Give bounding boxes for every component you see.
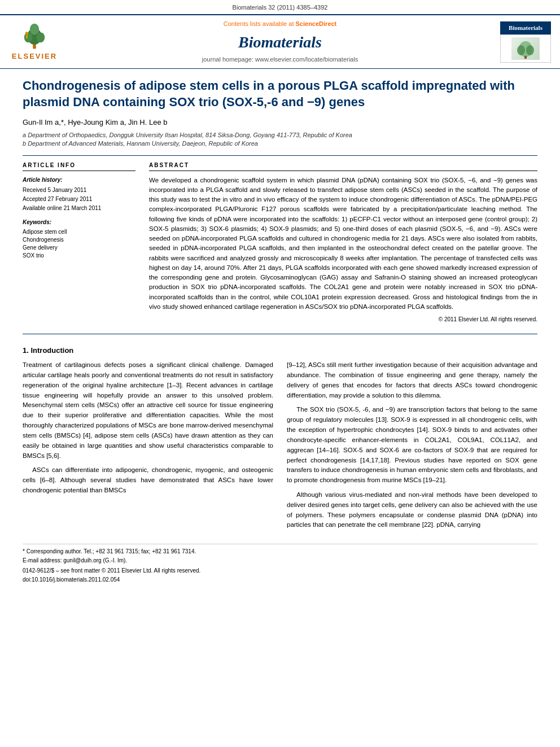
svg-point-3	[37, 32, 45, 42]
footnote-email: E-mail address: gunil@duih.org (G.-I. Im…	[23, 557, 537, 565]
main-content: Chondrogenesis of adipose stem cells in …	[0, 69, 560, 594]
elsevier-wordmark: ELSEVIER	[12, 51, 57, 62]
svg-point-8	[517, 45, 525, 55]
svg-point-5	[25, 32, 28, 35]
keyword-2: Chondrogenesis	[23, 236, 135, 244]
citation-text: Biomaterials 32 (2011) 4385–4392	[233, 4, 328, 11]
keywords-list: Adipose stem cell Chondrogenesis Gene de…	[23, 228, 135, 260]
history-title: Article history:	[23, 176, 135, 185]
badge-image	[511, 37, 540, 60]
footnote-area: * Corresponding author. Tel.; +82 31 961…	[23, 544, 537, 584]
intro-p1: Treatment of cartilaginous defects poses…	[23, 360, 273, 461]
keyword-1: Adipose stem cell	[23, 228, 135, 236]
journal-title: Biomaterials	[60, 31, 500, 53]
authors-text: Gun-Il Im a,*, Hye-Joung Kim a, Jin H. L…	[23, 118, 168, 126]
article-info-label: ARTICLE INFO	[23, 161, 135, 171]
article-info-col: ARTICLE INFO Article history: Received 5…	[23, 161, 135, 324]
intro-col-left: Treatment of cartilaginous defects poses…	[23, 360, 273, 535]
intro-p2: ASCs can differentiate into adipogenic, …	[23, 465, 273, 495]
keyword-4: SOX trio	[23, 252, 135, 260]
svg-rect-10	[524, 56, 527, 59]
journal-center: Contents lists available at ScienceDirec…	[60, 20, 500, 64]
journal-header: ELSEVIER Contents lists available at Sci…	[0, 14, 560, 69]
abstract-paragraph: We developed a chondrogenic scaffold sys…	[149, 176, 537, 312]
svg-rect-6	[26, 35, 28, 38]
sciencedirect-link[interactable]: ScienceDirect	[296, 20, 337, 27]
accepted-date: Accepted 27 February 2011	[23, 195, 135, 204]
footnote-doi: doi:10.1016/j.biomaterials.2011.02.054	[23, 576, 537, 584]
introduction-section: 1. Introduction Treatment of cartilagino…	[23, 346, 537, 535]
divider-2	[23, 334, 537, 334]
biomaterials-badge: Biomaterials	[500, 21, 551, 34]
badge-decoration	[500, 34, 551, 63]
available-date: Available online 21 March 2011	[23, 204, 135, 213]
affiliation-1: a Department of Orthopaedics, Dongguk Un…	[23, 131, 537, 139]
contents-text: Contents lists available at	[224, 20, 296, 27]
journal-citation: Biomaterials 32 (2011) 4385–4392	[0, 0, 560, 14]
biomaterials-badge-area: Biomaterials	[500, 21, 551, 63]
abstract-label: ABSTRACT	[149, 161, 537, 171]
authors-line: Gun-Il Im a,*, Hye-Joung Kim a, Jin H. L…	[23, 117, 537, 128]
intro-p5: Although various virus-mediated and non-…	[287, 490, 537, 530]
elsevier-logo-area: ELSEVIER	[9, 22, 60, 62]
abstract-col: ABSTRACT We developed a chondrogenic sca…	[149, 161, 537, 324]
footnote-issn: 0142-9612/$ – see front matter © 2011 El…	[23, 567, 537, 575]
svg-point-9	[526, 45, 534, 55]
elsevier-tree-icon	[18, 22, 51, 50]
keywords-block: Keywords: Adipose stem cell Chondrogenes…	[23, 219, 135, 260]
intro-two-col: Treatment of cartilaginous defects poses…	[23, 360, 537, 535]
affiliation-2: b Department of Advanced Materials, Hann…	[23, 139, 537, 148]
article-title: Chondrogenesis of adipose stem cells in …	[23, 78, 537, 110]
elsevier-logo: ELSEVIER	[9, 22, 60, 62]
sciencedirect-line: Contents lists available at ScienceDirec…	[60, 20, 500, 28]
keywords-section: Keywords: Adipose stem cell Chondrogenes…	[23, 219, 135, 260]
info-abstract-section: ARTICLE INFO Article history: Received 5…	[23, 161, 537, 324]
received-date: Received 5 January 2011	[23, 186, 135, 195]
badge-logo-icon	[514, 39, 537, 59]
journal-homepage: journal homepage: www.elsevier.com/locat…	[60, 55, 500, 64]
keywords-label: Keywords:	[23, 219, 51, 225]
copyright-line: © 2011 Elsevier Ltd. All rights reserved…	[149, 315, 537, 324]
intro-header: 1. Introduction	[23, 346, 537, 356]
intro-p3: [9–12], ASCs still merit further investi…	[287, 360, 537, 400]
abstract-text: We developed a chondrogenic scaffold sys…	[149, 176, 537, 324]
footnote-corresponding: * Corresponding author. Tel.; +82 31 961…	[23, 548, 537, 556]
intro-col-right: [9–12], ASCs still merit further investi…	[287, 360, 537, 535]
article-history: Article history: Received 5 January 2011…	[23, 176, 135, 213]
svg-point-4	[30, 24, 39, 35]
divider-1	[23, 155, 537, 156]
keyword-3: Gene delivery	[23, 244, 135, 252]
intro-p4: The SOX trio (SOX-5, -6, and −9) are tra…	[287, 405, 537, 486]
affiliations: a Department of Orthopaedics, Dongguk Un…	[23, 131, 537, 148]
